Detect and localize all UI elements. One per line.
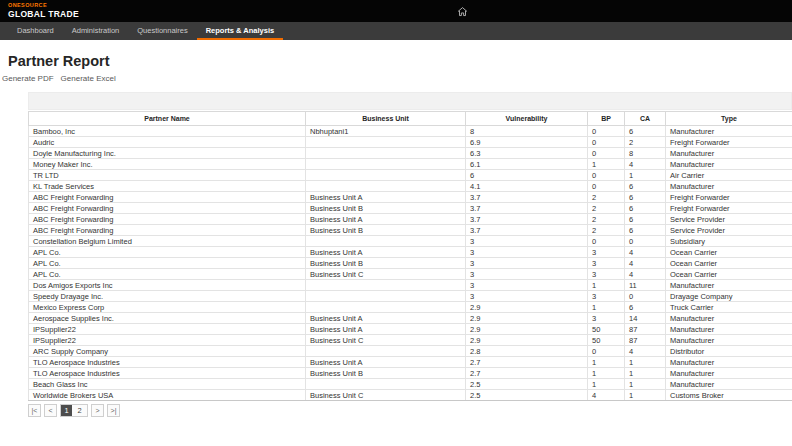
cell-partner-name: IPSupplier22 [29, 335, 306, 346]
brand-logo: ONESOURCE GLOBAL TRADE [8, 3, 79, 19]
cell-bp: 3 [588, 258, 625, 269]
cell-ca: 14 [625, 313, 666, 324]
table-row[interactable]: APL Co.Business Unit B334Ocean Carrier [29, 258, 792, 269]
table-row[interactable]: IPSupplier22Business Unit C2.95087Manufa… [29, 335, 792, 346]
cell-ca: 6 [625, 302, 666, 313]
cell-business-unit [306, 181, 466, 192]
cell-ca: 1 [625, 390, 666, 401]
page-number-1[interactable]: 1 [61, 405, 72, 416]
cell-type: Manufacturer [666, 324, 792, 335]
cell-type: Freight Forwarder [666, 203, 792, 214]
table-row[interactable]: Doyle Manufacturing Inc.6.308Manufacture… [29, 148, 792, 159]
col-header-business-unit[interactable]: Business Unit [306, 112, 466, 126]
nav-item-questionnaires[interactable]: Questionnaires [128, 22, 196, 40]
nav-item-administration[interactable]: Administration [63, 22, 129, 40]
table-header-row: Partner Name Business Unit Vulnerability… [29, 112, 792, 126]
table-row[interactable]: TR LTD601Air Carrier [29, 170, 792, 181]
cell-ca: 1 [625, 357, 666, 368]
cell-business-unit: Business Unit C [306, 269, 466, 280]
table-row[interactable]: Constellation Belgium Limited300Subsidia… [29, 236, 792, 247]
cell-business-unit: Business Unit B [306, 203, 466, 214]
cell-partner-name: KL Trade Services [29, 181, 306, 192]
table-row[interactable]: ABC Freight ForwardingBusiness Unit A3.7… [29, 192, 792, 203]
table-row[interactable]: Audric6.902Freight Forwarder [29, 137, 792, 148]
table-row[interactable]: Mexico Express Corp2.916Truck Carrier [29, 302, 792, 313]
cell-ca: 87 [625, 335, 666, 346]
cell-business-unit [306, 148, 466, 159]
home-icon[interactable] [456, 4, 469, 17]
cell-business-unit: Business Unit C [306, 335, 466, 346]
page-number-2[interactable]: 2 [74, 405, 85, 416]
cell-business-unit: Nbhuptani1 [306, 126, 466, 137]
table-row[interactable]: Bamboo, IncNbhuptani1806Manufacturer [29, 126, 792, 137]
cell-vulnerability: 2.9 [466, 335, 588, 346]
cell-partner-name: Money Maker Inc. [29, 159, 306, 170]
table-row[interactable]: Beach Glass Inc2.511Manufacturer [29, 379, 792, 390]
first-page-button[interactable]: |< [28, 404, 41, 417]
cell-partner-name: ABC Freight Forwarding [29, 192, 306, 203]
col-header-vulnerability[interactable]: Vulnerability [466, 112, 588, 126]
last-page-button[interactable]: >| [107, 404, 120, 417]
page-title: Partner Report [8, 53, 792, 69]
table-row[interactable]: ABC Freight ForwardingBusiness Unit B3.7… [29, 203, 792, 214]
cell-ca: 4 [625, 247, 666, 258]
cell-partner-name: TLO Aerospace Industries [29, 368, 306, 379]
cell-type: Manufacturer [666, 368, 792, 379]
pagination: |< < 1 2 > >| [28, 404, 792, 417]
generate-pdf-link[interactable]: Generate PDF [2, 74, 54, 83]
cell-vulnerability: 3 [466, 291, 588, 302]
table-row[interactable]: ABC Freight ForwardingBusiness Unit B3.7… [29, 225, 792, 236]
cell-business-unit: Business Unit A [306, 192, 466, 203]
partner-table: Partner Name Business Unit Vulnerability… [28, 111, 792, 401]
cell-vulnerability: 3.7 [466, 225, 588, 236]
table-row[interactable]: Worldwide Brokers USABusiness Unit C2.54… [29, 390, 792, 401]
cell-vulnerability: 3 [466, 247, 588, 258]
cell-type: Customs Broker [666, 390, 792, 401]
product-name: GLOBAL TRADE [8, 10, 79, 19]
top-app-bar: ONESOURCE GLOBAL TRADE [0, 0, 792, 22]
col-header-ca[interactable]: CA [625, 112, 666, 126]
next-page-button[interactable]: > [91, 404, 104, 417]
table-row[interactable]: Aerospace Supplies Inc.Business Unit A2.… [29, 313, 792, 324]
cell-partner-name: APL Co. [29, 247, 306, 258]
col-header-bp[interactable]: BP [588, 112, 625, 126]
cell-partner-name: APL Co. [29, 258, 306, 269]
cell-vulnerability: 2.8 [466, 346, 588, 357]
cell-business-unit: Business Unit B [306, 258, 466, 269]
table-row[interactable]: IPSupplier22Business Unit A2.95087Manufa… [29, 324, 792, 335]
col-header-partner-name[interactable]: Partner Name [29, 112, 306, 126]
cell-bp: 0 [588, 170, 625, 181]
cell-type: Freight Forwarder [666, 137, 792, 148]
cell-vulnerability: 8 [466, 126, 588, 137]
cell-bp: 4 [588, 390, 625, 401]
table-row[interactable]: APL Co.Business Unit C334Ocean Carrier [29, 269, 792, 280]
cell-vulnerability: 4.1 [466, 181, 588, 192]
cell-type: Manufacturer [666, 335, 792, 346]
cell-type: Manufacturer [666, 313, 792, 324]
main-navigation: Dashboard Administration Questionnaires … [0, 22, 792, 40]
cell-bp: 2 [588, 203, 625, 214]
table-body: Bamboo, IncNbhuptani1806ManufacturerAudr… [29, 126, 792, 401]
cell-type: Ocean Carrier [666, 258, 792, 269]
col-header-type[interactable]: Type [666, 112, 792, 126]
prev-page-button[interactable]: < [44, 404, 57, 417]
cell-type: Distributor [666, 346, 792, 357]
table-row[interactable]: ARC Supply Company2.804Distributor [29, 346, 792, 357]
cell-partner-name: Aerospace Supplies Inc. [29, 313, 306, 324]
table-row[interactable]: TLO Aerospace IndustriesBusiness Unit A2… [29, 357, 792, 368]
generate-excel-link[interactable]: Generate Excel [61, 74, 116, 83]
cell-bp: 1 [588, 379, 625, 390]
table-row[interactable]: Money Maker Inc.6.114Manufacturer [29, 159, 792, 170]
table-row[interactable]: Dos Amigos Exports Inc3111Manufacturer [29, 280, 792, 291]
nav-item-dashboard[interactable]: Dashboard [8, 22, 63, 40]
table-row[interactable]: TLO Aerospace IndustriesBusiness Unit B2… [29, 368, 792, 379]
cell-business-unit [306, 291, 466, 302]
cell-type: Ocean Carrier [666, 247, 792, 258]
cell-type: Manufacturer [666, 159, 792, 170]
table-row[interactable]: ABC Freight ForwardingBusiness Unit A3.7… [29, 214, 792, 225]
table-row[interactable]: Speedy Drayage Inc.330Drayage Company [29, 291, 792, 302]
table-row[interactable]: KL Trade Services4.106Manufacturer [29, 181, 792, 192]
cell-bp: 50 [588, 324, 625, 335]
nav-item-reports-analysis[interactable]: Reports & Analysis [197, 22, 284, 40]
table-row[interactable]: APL Co.Business Unit A334Ocean Carrier [29, 247, 792, 258]
